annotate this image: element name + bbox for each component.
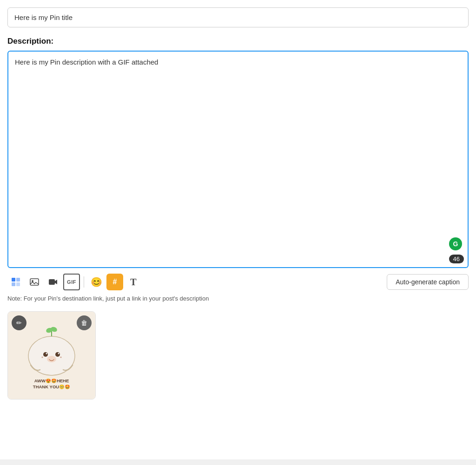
svg-point-14 [58, 353, 60, 354]
description-label: Description: [7, 37, 469, 46]
svg-rect-6 [49, 279, 55, 285]
toolbar: GIF 😊 # T Auto-generate caption [7, 274, 469, 290]
delete-gif-button[interactable]: 🗑 [77, 315, 92, 330]
hashtag-icon[interactable]: # [106, 274, 123, 290]
bottom-bar [0, 459, 476, 465]
svg-point-15 [47, 356, 56, 362]
text-format-icon[interactable]: T [125, 274, 142, 290]
grammarly-icon[interactable]: G [449, 237, 462, 250]
svg-rect-1 [16, 278, 20, 282]
gif-text: AWW😍🤩HEHE THANK YOU🥺🤩 [33, 378, 70, 390]
title-section [7, 7, 469, 27]
description-wrapper: Here is my Pin description with a GIF at… [7, 51, 469, 268]
svg-point-17 [60, 356, 62, 358]
svg-point-13 [46, 353, 47, 354]
svg-rect-2 [12, 282, 15, 286]
emoji-icon[interactable]: 😊 [88, 274, 105, 290]
gif-preview: ✏ 🗑 [7, 311, 96, 400]
toolbar-divider [84, 276, 84, 288]
pencil-icon: ✏ [16, 319, 22, 327]
destination-link-note: Note: For your Pin's destination link, j… [7, 295, 469, 302]
svg-point-16 [42, 356, 43, 358]
gif-preview-actions: ✏ 🗑 [8, 315, 95, 330]
title-input[interactable] [7, 7, 469, 27]
edit-gif-button[interactable]: ✏ [12, 315, 26, 330]
trash-icon: 🗑 [81, 319, 87, 327]
description-textarea[interactable]: Here is my Pin description with a GIF at… [8, 52, 468, 265]
svg-rect-0 [12, 278, 15, 282]
media-grid-icon[interactable] [7, 274, 24, 290]
image-icon[interactable] [26, 274, 43, 290]
toolbar-left: GIF 😊 # T [7, 274, 142, 290]
char-count-badge: 46 [449, 255, 464, 263]
gif-icon[interactable]: GIF [63, 274, 80, 290]
svg-point-11 [43, 352, 48, 357]
svg-rect-3 [16, 282, 20, 286]
svg-point-12 [55, 352, 60, 357]
video-icon[interactable] [45, 274, 61, 290]
auto-generate-button[interactable]: Auto-generate caption [387, 274, 469, 290]
